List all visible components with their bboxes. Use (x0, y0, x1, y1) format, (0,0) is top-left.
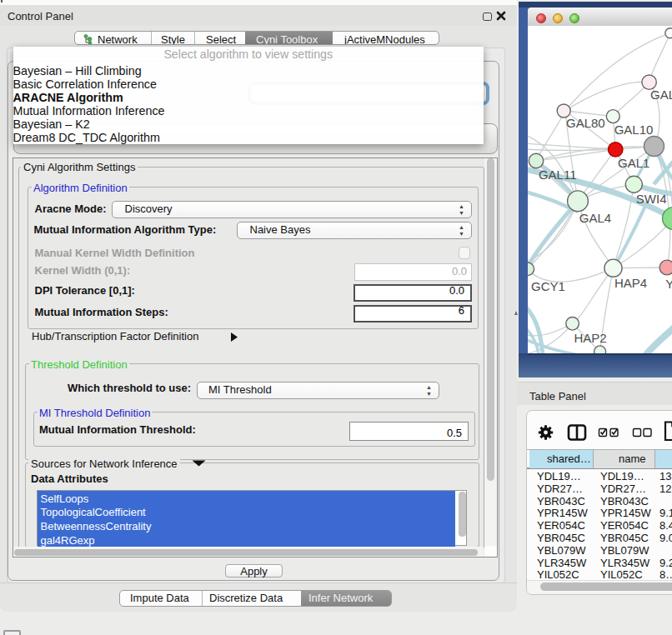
svg-text:GAL4: GAL4 (579, 211, 611, 225)
svg-text:SWI4: SWI4 (636, 192, 667, 206)
svg-text:GAL10: GAL10 (614, 122, 654, 137)
svg-text:HAP4: HAP4 (614, 276, 647, 290)
svg-text:HAP2: HAP2 (574, 331, 606, 345)
svg-text:YEL: YEL (665, 277, 672, 291)
svg-text:GAL11: GAL11 (539, 168, 577, 182)
svg-text:GAL1: GAL1 (618, 156, 649, 170)
svg-text:GAL80: GAL80 (566, 116, 605, 130)
svg-text:GAL2: GAL2 (650, 88, 672, 102)
svg-text:GCY1: GCY1 (531, 279, 565, 293)
